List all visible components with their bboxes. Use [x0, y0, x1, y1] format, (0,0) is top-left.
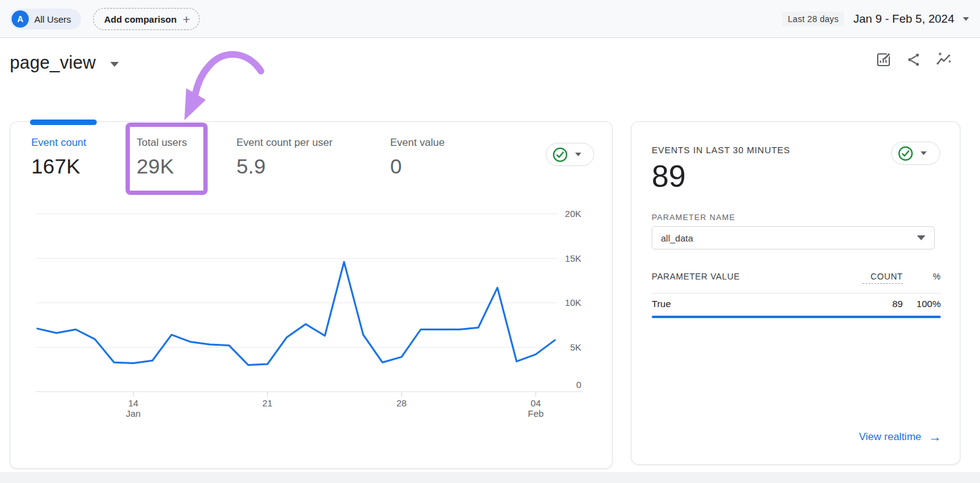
metric-label: Total users	[137, 137, 187, 149]
metric-label: Event count per user	[236, 137, 333, 149]
table-row: True 89 100%	[652, 299, 941, 310]
x-tick-label: 14	[128, 398, 138, 408]
realtime-title: EVENTS IN LAST 30 MINUTES	[652, 145, 790, 155]
trend-line	[37, 262, 555, 365]
event-metrics-card: Event count 167K Total users 29K Event c…	[10, 121, 612, 469]
parameter-name-value: all_data	[661, 233, 917, 243]
y-tick-label: 15K	[565, 253, 581, 264]
parameter-value-cell: True	[652, 299, 862, 310]
audience-label: All Users	[34, 14, 71, 25]
realtime-card: EVENTS IN LAST 30 MINUTES 89 PARAMETER N…	[631, 121, 960, 465]
count-header[interactable]: COUNT	[862, 272, 903, 284]
caret-down-icon	[963, 17, 969, 21]
percent-header: %	[903, 272, 941, 281]
audience-chip[interactable]: A All Users	[10, 9, 81, 29]
metric-label: Event value	[390, 137, 445, 149]
view-realtime-label: View realtime	[859, 431, 921, 443]
table-divider	[652, 293, 941, 294]
arrow-right-icon: →	[929, 430, 941, 444]
metric-label: Event count	[31, 137, 86, 149]
x-tick-label: 21	[262, 398, 273, 408]
add-comparison-label: Add comparison	[104, 14, 176, 25]
parameter-value-header: PARAMETER VALUE	[652, 272, 862, 281]
x-tick-label: 28	[396, 398, 407, 408]
x-tick-label: Feb	[528, 408, 544, 419]
x-tick-label: 04	[530, 398, 541, 408]
metric-value: 5.9	[236, 154, 333, 178]
metrics-status-dropdown[interactable]	[546, 143, 594, 166]
date-range-picker[interactable]: Last 28 days Jan 9 - Feb 5, 2024	[782, 9, 969, 29]
active-tab-indicator	[30, 120, 97, 125]
realtime-status-dropdown[interactable]	[891, 142, 940, 165]
view-realtime-link[interactable]: View realtime →	[859, 430, 941, 444]
check-circle-icon	[897, 145, 914, 162]
caret-down-icon	[917, 235, 925, 240]
insights-icon-button[interactable]	[935, 51, 952, 68]
annotation-arrow	[172, 45, 276, 127]
percent-cell: 100%	[903, 299, 941, 310]
ga4-event-page: A All Users Add comparison + Last 28 day…	[0, 0, 980, 483]
metric-tab-total-users[interactable]: Total users 29K	[137, 137, 187, 178]
metric-tab-event-count-per-user[interactable]: Event count per user 5.9	[236, 137, 333, 178]
avatar: A	[12, 10, 29, 28]
caret-down-icon	[921, 151, 927, 155]
event-trend-chart: 05K10K15K20K14Jan212804Feb	[36, 209, 582, 420]
metric-value: 29K	[137, 154, 187, 178]
plus-icon: +	[183, 13, 190, 26]
caret-down-icon	[575, 153, 581, 156]
metric-value: 0	[390, 154, 445, 178]
date-preset-badge: Last 28 days	[782, 12, 844, 26]
y-tick-label: 0	[576, 379, 581, 390]
metric-value: 167K	[31, 154, 86, 178]
parameter-table-header: PARAMETER VALUE COUNT %	[652, 272, 941, 284]
event-selector-caret-icon[interactable]	[110, 62, 119, 67]
topbar: A All Users Add comparison + Last 28 day…	[0, 0, 980, 38]
page-title: page_view	[10, 53, 96, 73]
edit-chart-icon-button[interactable]	[875, 51, 892, 68]
metric-tab-event-value[interactable]: Event value 0	[390, 137, 445, 178]
check-circle-icon	[552, 146, 568, 163]
y-tick-label: 5K	[570, 342, 581, 352]
realtime-value: 89	[652, 159, 686, 194]
y-tick-label: 20K	[565, 209, 581, 219]
percent-bar	[652, 316, 941, 318]
x-tick-label: Jan	[126, 408, 140, 419]
add-comparison-button[interactable]: Add comparison +	[93, 8, 200, 30]
y-tick-label: 10K	[565, 297, 581, 308]
parameter-name-select[interactable]: all_data	[652, 226, 935, 249]
share-icon-button[interactable]	[905, 51, 922, 68]
count-cell: 89	[862, 299, 903, 310]
header-actions	[875, 51, 952, 68]
parameter-name-label: PARAMETER NAME	[652, 213, 736, 222]
date-range-label: Jan 9 - Feb 5, 2024	[853, 12, 954, 26]
page-bottom-edge	[0, 472, 980, 483]
metric-tab-event-count[interactable]: Event count 167K	[31, 137, 86, 178]
